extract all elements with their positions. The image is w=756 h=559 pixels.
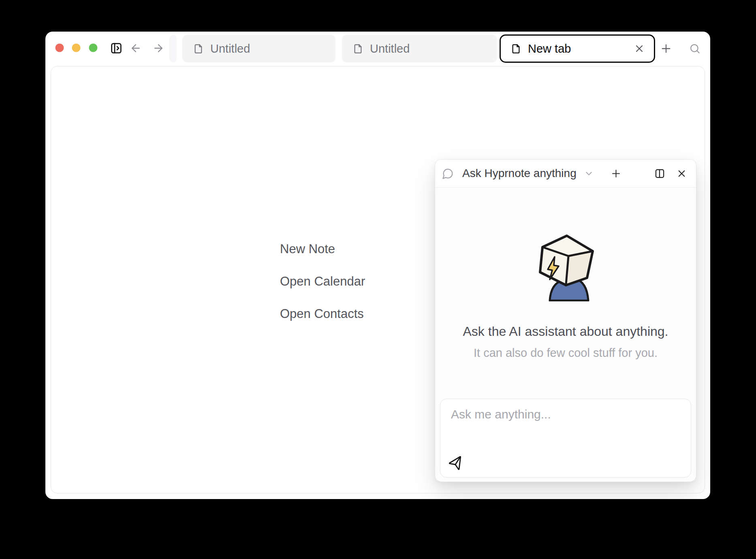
robot-mascot <box>535 233 597 301</box>
app-window: Untitled Untitled New tab <box>45 32 710 499</box>
file-icon <box>510 43 521 54</box>
tab-label: Untitled <box>370 42 410 55</box>
titlebar: Untitled Untitled New tab <box>45 32 710 66</box>
speech-bubble-icon <box>442 168 454 179</box>
desktop-background: Untitled Untitled New tab <box>0 0 756 559</box>
file-icon <box>193 43 204 54</box>
new-note-link[interactable]: New Note <box>280 242 335 256</box>
tabstrip-divider <box>169 35 177 62</box>
back-arrow-icon[interactable] <box>130 42 142 54</box>
open-calendar-link[interactable]: Open Calendar <box>280 274 365 289</box>
zoom-window-button[interactable] <box>89 44 98 52</box>
assistant-empty-heading: Ask the AI assistant about anything. <box>435 324 696 339</box>
tab-label: Untitled <box>210 42 250 55</box>
search-icon[interactable] <box>689 43 700 54</box>
new-chat-plus-icon[interactable] <box>610 168 622 179</box>
open-contacts-link[interactable]: Open Contacts <box>280 307 364 321</box>
tab-label: New tab <box>528 42 571 55</box>
assistant-empty-subheading: It can also do few cool stuff for you. <box>435 346 696 360</box>
send-icon[interactable] <box>448 457 463 471</box>
assistant-input-box <box>440 399 691 478</box>
sidebar-toggle-icon[interactable] <box>110 42 123 55</box>
file-icon <box>352 43 363 54</box>
close-panel-x-icon[interactable] <box>676 168 687 179</box>
tab-new-tab-active[interactable]: New tab <box>500 34 655 63</box>
split-panel-icon[interactable] <box>654 168 665 179</box>
assistant-panel-header: Ask Hyprnote anything <box>435 160 696 188</box>
ai-assistant-panel: Ask Hyprnote anything <box>435 159 696 482</box>
assistant-panel-title: Ask Hyprnote anything <box>462 167 577 180</box>
close-window-button[interactable] <box>56 44 64 52</box>
new-tab-plus-icon[interactable] <box>660 42 673 55</box>
assistant-header-actions <box>654 168 687 179</box>
forward-arrow-icon[interactable] <box>152 42 164 54</box>
tab-untitled-2[interactable]: Untitled <box>342 35 497 62</box>
tab-untitled-1[interactable]: Untitled <box>182 35 335 62</box>
traffic-lights <box>55 43 103 52</box>
chevron-down-icon[interactable] <box>584 169 594 179</box>
tab-close-icon[interactable] <box>634 43 645 54</box>
assistant-chat-input[interactable] <box>440 399 691 456</box>
minimize-window-button[interactable] <box>72 44 81 52</box>
